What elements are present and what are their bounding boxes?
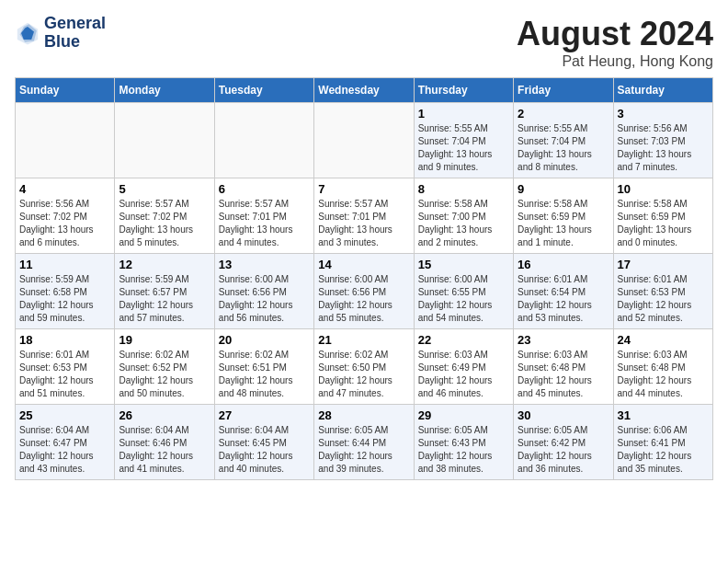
day-header: Tuesday	[214, 78, 313, 103]
calendar-cell: 9Sunrise: 5:58 AM Sunset: 6:59 PM Daylig…	[514, 178, 613, 254]
day-info: Sunrise: 6:05 AM Sunset: 6:42 PM Dayligh…	[518, 424, 609, 476]
day-info: Sunrise: 6:00 AM Sunset: 6:56 PM Dayligh…	[219, 273, 310, 325]
day-number: 26	[119, 408, 210, 422]
day-info: Sunrise: 5:58 AM Sunset: 6:59 PM Dayligh…	[518, 198, 609, 249]
day-number: 29	[418, 408, 509, 422]
calendar-cell: 20Sunrise: 6:02 AM Sunset: 6:51 PM Dayli…	[214, 329, 313, 405]
day-info: Sunrise: 5:55 AM Sunset: 7:04 PM Dayligh…	[418, 122, 509, 174]
calendar-cell: 13Sunrise: 6:00 AM Sunset: 6:56 PM Dayli…	[214, 254, 313, 329]
title-area: August 2024 Pat Heung, Hong Kong	[517, 15, 713, 70]
day-info: Sunrise: 5:58 AM Sunset: 7:00 PM Dayligh…	[418, 198, 509, 249]
day-info: Sunrise: 5:57 AM Sunset: 7:02 PM Dayligh…	[119, 198, 210, 249]
calendar-cell: 16Sunrise: 6:01 AM Sunset: 6:54 PM Dayli…	[514, 254, 613, 329]
day-info: Sunrise: 6:01 AM Sunset: 6:53 PM Dayligh…	[618, 273, 709, 325]
day-number: 4	[19, 182, 110, 196]
day-info: Sunrise: 5:57 AM Sunset: 7:01 PM Dayligh…	[318, 198, 409, 249]
calendar-cell: 31Sunrise: 6:06 AM Sunset: 6:41 PM Dayli…	[613, 405, 712, 480]
calendar-cell: 18Sunrise: 6:01 AM Sunset: 6:53 PM Dayli…	[16, 329, 115, 405]
subtitle: Pat Heung, Hong Kong	[517, 53, 713, 70]
calendar-table: SundayMondayTuesdayWednesdayThursdayFrid…	[15, 77, 713, 480]
calendar-cell: 25Sunrise: 6:04 AM Sunset: 6:47 PM Dayli…	[16, 405, 115, 480]
day-info: Sunrise: 6:05 AM Sunset: 6:43 PM Dayligh…	[418, 424, 509, 476]
calendar-cell	[314, 103, 414, 178]
calendar-cell	[115, 103, 214, 178]
day-info: Sunrise: 5:58 AM Sunset: 6:59 PM Dayligh…	[618, 198, 709, 249]
day-number: 5	[119, 182, 210, 196]
day-info: Sunrise: 6:01 AM Sunset: 6:54 PM Dayligh…	[518, 273, 609, 325]
calendar-cell: 22Sunrise: 6:03 AM Sunset: 6:49 PM Dayli…	[414, 329, 513, 405]
calendar-body: 1Sunrise: 5:55 AM Sunset: 7:04 PM Daylig…	[16, 103, 713, 480]
calendar-cell: 11Sunrise: 5:59 AM Sunset: 6:58 PM Dayli…	[16, 254, 115, 329]
header: General Blue August 2024 Pat Heung, Hong…	[15, 15, 713, 70]
calendar-header-row: SundayMondayTuesdayWednesdayThursdayFrid…	[16, 78, 713, 103]
day-info: Sunrise: 6:02 AM Sunset: 6:51 PM Dayligh…	[219, 349, 310, 400]
day-number: 20	[219, 333, 310, 347]
day-number: 16	[518, 258, 609, 271]
calendar-cell: 2Sunrise: 5:55 AM Sunset: 7:04 PM Daylig…	[514, 103, 613, 178]
day-number: 13	[219, 258, 310, 271]
calendar-cell: 17Sunrise: 6:01 AM Sunset: 6:53 PM Dayli…	[613, 254, 712, 329]
calendar-cell: 12Sunrise: 5:59 AM Sunset: 6:57 PM Dayli…	[115, 254, 214, 329]
calendar-cell: 23Sunrise: 6:03 AM Sunset: 6:48 PM Dayli…	[514, 329, 613, 405]
day-number: 14	[318, 258, 409, 271]
day-number: 25	[19, 408, 110, 422]
day-info: Sunrise: 6:06 AM Sunset: 6:41 PM Dayligh…	[618, 424, 709, 476]
logo-icon	[15, 20, 40, 46]
day-info: Sunrise: 6:04 AM Sunset: 6:47 PM Dayligh…	[19, 424, 110, 476]
calendar-week-row: 18Sunrise: 6:01 AM Sunset: 6:53 PM Dayli…	[16, 329, 713, 405]
day-info: Sunrise: 6:01 AM Sunset: 6:53 PM Dayligh…	[19, 349, 110, 400]
day-info: Sunrise: 6:04 AM Sunset: 6:45 PM Dayligh…	[219, 424, 310, 476]
calendar-cell: 1Sunrise: 5:55 AM Sunset: 7:04 PM Daylig…	[414, 103, 513, 178]
calendar-cell: 6Sunrise: 5:57 AM Sunset: 7:01 PM Daylig…	[214, 178, 313, 254]
day-header: Friday	[514, 78, 613, 103]
day-number: 19	[119, 333, 210, 347]
calendar-cell: 26Sunrise: 6:04 AM Sunset: 6:46 PM Dayli…	[115, 405, 214, 480]
day-header: Sunday	[16, 78, 115, 103]
calendar-cell: 8Sunrise: 5:58 AM Sunset: 7:00 PM Daylig…	[414, 178, 513, 254]
calendar-cell: 21Sunrise: 6:02 AM Sunset: 6:50 PM Dayli…	[314, 329, 414, 405]
calendar-cell: 19Sunrise: 6:02 AM Sunset: 6:52 PM Dayli…	[115, 329, 214, 405]
day-info: Sunrise: 6:04 AM Sunset: 6:46 PM Dayligh…	[119, 424, 210, 476]
calendar-cell	[16, 103, 115, 178]
day-number: 3	[618, 107, 709, 121]
calendar-cell: 28Sunrise: 6:05 AM Sunset: 6:44 PM Dayli…	[314, 405, 414, 480]
day-info: Sunrise: 5:59 AM Sunset: 6:57 PM Dayligh…	[119, 273, 210, 325]
calendar-cell: 5Sunrise: 5:57 AM Sunset: 7:02 PM Daylig…	[115, 178, 214, 254]
day-info: Sunrise: 6:02 AM Sunset: 6:52 PM Dayligh…	[119, 349, 210, 400]
day-number: 15	[418, 258, 509, 271]
day-info: Sunrise: 5:56 AM Sunset: 7:03 PM Dayligh…	[618, 122, 709, 174]
day-number: 8	[418, 182, 509, 196]
day-number: 17	[618, 258, 709, 271]
day-number: 6	[219, 182, 310, 196]
calendar-cell: 27Sunrise: 6:04 AM Sunset: 6:45 PM Dayli…	[214, 405, 313, 480]
calendar-cell: 7Sunrise: 5:57 AM Sunset: 7:01 PM Daylig…	[314, 178, 414, 254]
day-header: Monday	[115, 78, 214, 103]
day-info: Sunrise: 6:05 AM Sunset: 6:44 PM Dayligh…	[318, 424, 409, 476]
day-number: 23	[518, 333, 609, 347]
calendar-cell	[214, 103, 313, 178]
day-number: 24	[618, 333, 709, 347]
day-header: Saturday	[613, 78, 712, 103]
day-info: Sunrise: 6:00 AM Sunset: 6:55 PM Dayligh…	[418, 273, 509, 325]
calendar-cell: 14Sunrise: 6:00 AM Sunset: 6:56 PM Dayli…	[314, 254, 414, 329]
day-number: 2	[518, 107, 609, 121]
day-number: 10	[618, 182, 709, 196]
calendar-week-row: 11Sunrise: 5:59 AM Sunset: 6:58 PM Dayli…	[16, 254, 713, 329]
calendar-week-row: 4Sunrise: 5:56 AM Sunset: 7:02 PM Daylig…	[16, 178, 713, 254]
day-number: 21	[318, 333, 409, 347]
calendar-cell: 3Sunrise: 5:56 AM Sunset: 7:03 PM Daylig…	[613, 103, 712, 178]
calendar-cell: 24Sunrise: 6:03 AM Sunset: 6:48 PM Dayli…	[613, 329, 712, 405]
day-info: Sunrise: 6:02 AM Sunset: 6:50 PM Dayligh…	[318, 349, 409, 400]
day-header: Wednesday	[314, 78, 414, 103]
day-number: 27	[219, 408, 310, 422]
day-number: 12	[119, 258, 210, 271]
calendar-cell: 29Sunrise: 6:05 AM Sunset: 6:43 PM Dayli…	[414, 405, 513, 480]
day-number: 1	[418, 107, 509, 121]
day-info: Sunrise: 6:03 AM Sunset: 6:49 PM Dayligh…	[418, 349, 509, 400]
day-number: 7	[318, 182, 409, 196]
day-number: 18	[19, 333, 110, 347]
day-number: 22	[418, 333, 509, 347]
calendar-cell: 15Sunrise: 6:00 AM Sunset: 6:55 PM Dayli…	[414, 254, 513, 329]
logo-text: General Blue	[44, 15, 106, 52]
day-info: Sunrise: 6:03 AM Sunset: 6:48 PM Dayligh…	[618, 349, 709, 400]
